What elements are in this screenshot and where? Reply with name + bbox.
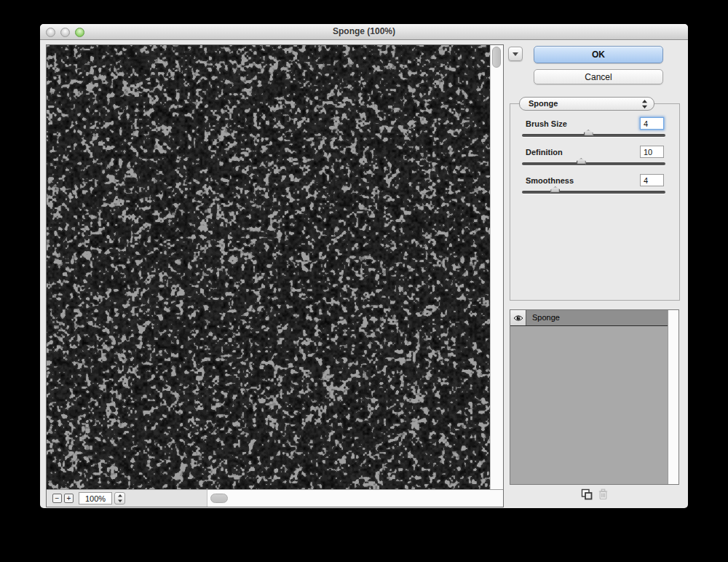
zoom-stepper[interactable] [114, 492, 125, 504]
chevron-down-icon [513, 52, 518, 56]
vertical-scrollbar[interactable] [490, 45, 503, 489]
delete-effect-layer-button[interactable] [596, 487, 610, 501]
effect-layer-row[interactable]: Sponge [510, 310, 668, 326]
trash-icon [598, 488, 608, 500]
cancel-button[interactable]: Cancel [534, 69, 663, 84]
preview-texture[interactable] [47, 45, 490, 489]
horizontal-scrollbar-thumb[interactable] [210, 494, 228, 503]
filter-select-dropdown[interactable]: Sponge [519, 97, 654, 111]
eye-icon [513, 314, 523, 322]
effect-layers-panel: Sponge [510, 309, 679, 485]
popup-stepper-icon [642, 100, 647, 112]
zoom-in-button[interactable]: + [64, 494, 74, 503]
filter-gallery-window: Sponge (100%) − + OK Cancel Sponge [40, 24, 688, 508]
new-layer-icon [581, 488, 593, 500]
window-title: Sponge (100%) [40, 24, 688, 40]
effect-layer-name: Sponge [532, 313, 560, 322]
hide-thumbnails-button[interactable] [508, 47, 523, 61]
vertical-scrollbar-thumb[interactable] [492, 47, 501, 68]
horizontal-scrollbar[interactable] [207, 490, 503, 507]
up-down-arrows-icon [118, 494, 122, 502]
layer-visibility-toggle[interactable] [510, 310, 526, 325]
new-effect-layer-button[interactable] [579, 487, 593, 501]
layers-scrollbar[interactable] [668, 310, 678, 484]
titlebar[interactable]: Sponge (100%) [40, 24, 688, 40]
ok-button[interactable]: OK [534, 46, 663, 63]
filter-options-group [510, 103, 680, 301]
filter-select-value: Sponge [529, 99, 558, 108]
preview-statusbar: − + [47, 489, 503, 507]
preview-pane: − + [46, 44, 504, 507]
zoom-out-button[interactable]: − [52, 494, 62, 503]
zoom-level-field[interactable] [79, 492, 112, 504]
